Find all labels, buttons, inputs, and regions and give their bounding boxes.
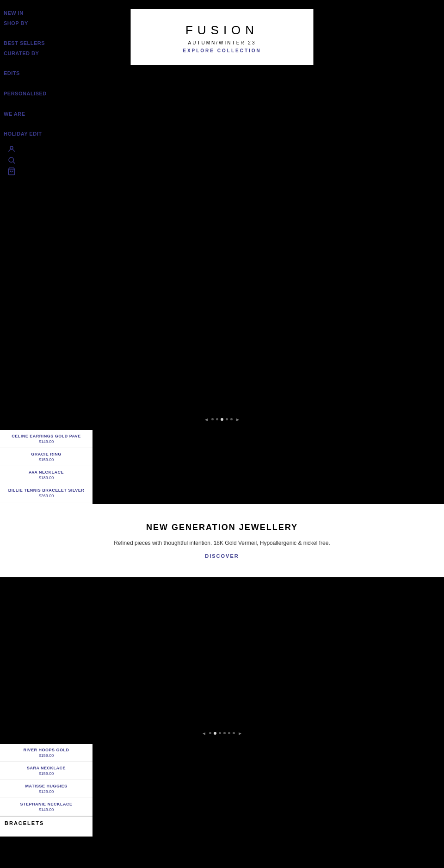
carousel-prev-2[interactable]: ◂ xyxy=(203,730,205,737)
carousel-dot-2-5[interactable] xyxy=(228,732,230,734)
product2-price-1: $159.00 xyxy=(5,771,88,776)
product-price-1: $159.00 xyxy=(5,457,88,462)
section-2-image xyxy=(92,744,444,837)
product2-item-3[interactable]: STEPHANIE NECKLACE $149.00 xyxy=(0,798,92,816)
discover-button[interactable]: DISCOVER xyxy=(9,553,435,559)
product2-name-0: RIVER HOOPS GOLD xyxy=(5,748,88,752)
nav-season: AUTUMN/WINTER 23 xyxy=(140,40,304,45)
product2-price-0: $159.00 xyxy=(5,753,88,758)
carousel-dot-1-3[interactable] xyxy=(221,418,223,421)
hero-image-2 xyxy=(0,577,444,725)
carousel-dots-1 xyxy=(211,418,233,421)
product2-name-2: MATISSE HUGGIES xyxy=(5,784,88,788)
bracelets-label[interactable]: BRACELETS xyxy=(0,817,92,830)
carousel-dot-1-2[interactable] xyxy=(216,418,218,420)
product2-name-3: STEPHANIE NECKLACE xyxy=(5,802,88,806)
account-icon[interactable] xyxy=(7,145,16,153)
cart-icon[interactable] xyxy=(7,167,16,175)
product-name-0: CELINE EARRINGS GOLD PAVÉ xyxy=(5,434,88,438)
nav-links: NEW IN SHOP BY BEST SELLERS CURATED BY E… xyxy=(0,9,92,175)
product2-item-2[interactable]: MATISSE HUGGIES $129.00 xyxy=(0,780,92,798)
carousel-dot-2-4[interactable] xyxy=(223,732,226,734)
nav-link-curated-by[interactable]: CURATED BY xyxy=(4,50,92,58)
info-title: NEW GENERATION JEWELLERY xyxy=(9,523,435,532)
nav-link-shop-by[interactable]: SHOP BY xyxy=(4,19,92,28)
carousel-nav-1: ◂ ▸ xyxy=(205,413,239,425)
product2-price-3: $149.00 xyxy=(5,807,88,812)
carousel-2: ◂ ▸ xyxy=(0,725,444,744)
svg-point-1 xyxy=(9,157,14,162)
navigation: NEW IN SHOP BY BEST SELLERS CURATED BY E… xyxy=(0,0,444,180)
carousel-dot-1-1[interactable] xyxy=(211,418,214,420)
nav-link-we-are[interactable]: WE ARE xyxy=(4,110,92,119)
section-1-products: CELINE EARRINGS GOLD PAVÉ $149.00 GRACIE… xyxy=(0,430,444,504)
explore-collection-button[interactable]: EXPLORE COLLECTION xyxy=(140,48,304,53)
product-list-1: CELINE EARRINGS GOLD PAVÉ $149.00 GRACIE… xyxy=(0,430,92,504)
product-item-0[interactable]: CELINE EARRINGS GOLD PAVÉ $149.00 xyxy=(0,430,92,448)
product2-item-1[interactable]: SARA NECKLACE $159.00 xyxy=(0,762,92,780)
carousel-dot-2-3[interactable] xyxy=(219,732,221,734)
product2-item-0[interactable]: RIVER HOOPS GOLD $159.00 xyxy=(0,744,92,762)
product-price-0: $149.00 xyxy=(5,439,88,444)
search-icon[interactable] xyxy=(7,156,16,164)
nav-link-holiday-edit[interactable]: HOLIDAY EDIT xyxy=(4,130,92,138)
product-name-3: BILLIE TENNIS BRACELET SILVER xyxy=(5,488,88,493)
nav-link-personalised[interactable]: PERSONALISED xyxy=(4,90,92,98)
carousel-1: ◂ ▸ xyxy=(0,412,444,430)
carousel-dot-1-4[interactable] xyxy=(226,418,228,420)
product-price-2: $189.00 xyxy=(5,475,88,480)
product-item-2[interactable]: AVA NECKLACE $189.00 xyxy=(0,466,92,484)
section-1-image xyxy=(92,430,444,504)
section-2-products: RIVER HOOPS GOLD $159.00 SARA NECKLACE $… xyxy=(0,744,444,837)
carousel-dot-1-5[interactable] xyxy=(230,418,233,420)
product2-name-1: SARA NECKLACE xyxy=(5,766,88,770)
bracelets-label-bar: BRACELETS xyxy=(0,816,92,830)
carousel-dots-2 xyxy=(209,732,235,735)
site-logo[interactable]: FUSION xyxy=(140,23,304,37)
info-description: Refined pieces with thoughtful intention… xyxy=(9,539,435,548)
carousel-dot-2-1[interactable] xyxy=(209,732,211,734)
nav-icons-group xyxy=(4,145,92,175)
product-name-2: AVA NECKLACE xyxy=(5,470,88,475)
svg-point-0 xyxy=(10,146,13,149)
hero-image-1 xyxy=(0,180,444,412)
carousel-next-2[interactable]: ▸ xyxy=(239,730,241,737)
product-item-3[interactable]: BILLIE TENNIS BRACELET SILVER $269.00 xyxy=(0,484,92,502)
bracelets-image-area xyxy=(0,837,444,868)
info-section: NEW GENERATION JEWELLERY Refined pieces … xyxy=(0,504,444,577)
product-price-3: $269.00 xyxy=(5,493,88,498)
product-item-1[interactable]: GRACIE RING $159.00 xyxy=(0,448,92,466)
carousel-nav-2: ◂ ▸ xyxy=(203,727,241,739)
product-list-2: RIVER HOOPS GOLD $159.00 SARA NECKLACE $… xyxy=(0,744,92,837)
product-name-1: GRACIE RING xyxy=(5,452,88,456)
nav-link-edits[interactable]: EDITS xyxy=(4,69,92,78)
nav-link-new-in[interactable]: NEW IN xyxy=(4,9,92,18)
carousel-dot-2-2[interactable] xyxy=(214,732,216,735)
carousel-prev-1[interactable]: ◂ xyxy=(205,416,208,423)
nav-link-best-sellers[interactable]: BEST SELLERS xyxy=(4,39,92,48)
product2-price-2: $129.00 xyxy=(5,789,88,794)
carousel-next-1[interactable]: ▸ xyxy=(236,416,239,423)
carousel-dot-2-6[interactable] xyxy=(233,732,235,734)
nav-center-panel: FUSION AUTUMN/WINTER 23 EXPLORE COLLECTI… xyxy=(131,9,314,65)
svg-line-2 xyxy=(13,162,15,163)
